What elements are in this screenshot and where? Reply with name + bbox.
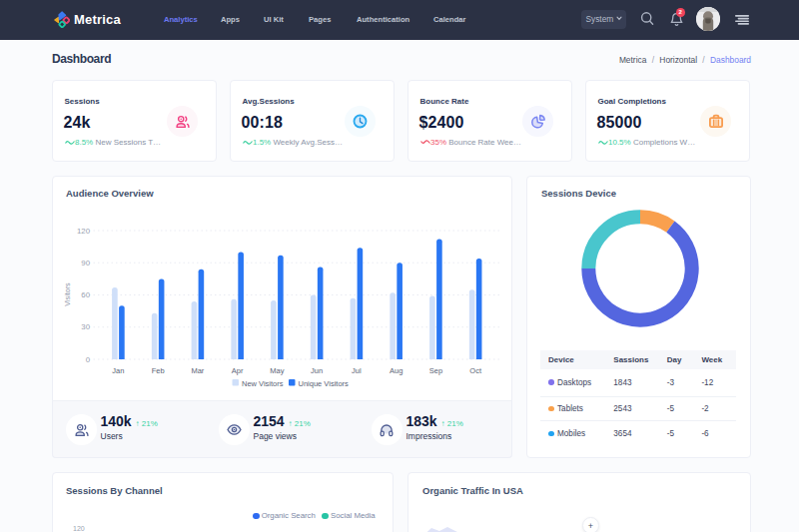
svg-text:Jul: Jul [352,366,362,375]
svg-text:Oct: Oct [469,366,482,375]
svg-text:120: 120 [77,227,91,236]
svg-text:Sep: Sep [429,366,442,375]
svg-text:Mar: Mar [191,366,204,375]
svg-text:Visitors: Visitors [63,282,72,306]
svg-text:Apr: Apr [232,366,244,375]
svg-text:60: 60 [81,290,90,299]
svg-text:90: 90 [81,259,90,267]
svg-text:Feb: Feb [152,366,165,375]
svg-text:Aug: Aug [390,366,402,375]
svg-text:Unique Visitors: Unique Visitors [299,379,350,388]
svg-text:New Visitors: New Visitors [242,379,284,388]
svg-text:May: May [270,366,284,375]
svg-text:30: 30 [81,322,90,331]
svg-text:Jun: Jun [311,366,323,375]
svg-text:Jan: Jan [112,366,124,375]
svg-text:0: 0 [86,355,91,364]
